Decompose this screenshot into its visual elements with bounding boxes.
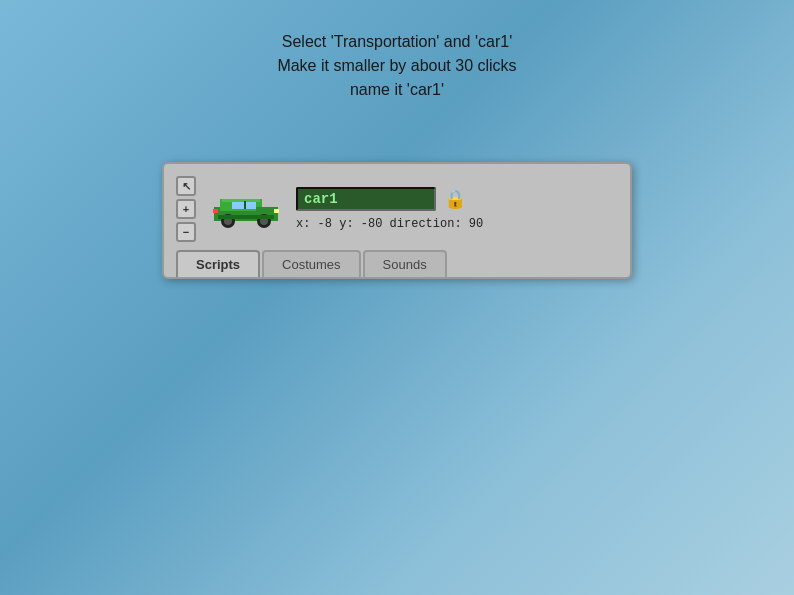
coords-display: x: -8 y: -80 direction: 90 — [296, 217, 618, 231]
svg-rect-3 — [246, 201, 256, 209]
tab-sounds[interactable]: Sounds — [363, 250, 447, 277]
car-sprite — [210, 189, 282, 229]
scratch-panel: ↖ + − — [162, 162, 632, 279]
svg-rect-11 — [213, 209, 218, 213]
name-row: 🔒 — [296, 187, 618, 211]
instruction-text: Select 'Transportation' and 'car1' Make … — [277, 30, 516, 102]
lock-icon: 🔒 — [444, 188, 466, 210]
sprite-name-input[interactable] — [296, 187, 436, 211]
svg-rect-2 — [232, 201, 244, 209]
name-area: 🔒 x: -8 y: -80 direction: 90 — [296, 187, 618, 231]
tab-costumes[interactable]: Costumes — [262, 250, 361, 277]
svg-rect-10 — [274, 209, 279, 213]
svg-rect-13 — [244, 201, 246, 209]
tab-scripts[interactable]: Scripts — [176, 250, 260, 277]
zoom-down-button[interactable]: − — [176, 222, 196, 242]
svg-rect-5 — [222, 199, 260, 202]
zoom-out-button[interactable]: ↖ — [176, 176, 196, 196]
side-buttons: ↖ + − — [176, 176, 196, 242]
zoom-in-button[interactable]: + — [176, 199, 196, 219]
svg-rect-4 — [256, 207, 266, 213]
panel-top: ↖ + − — [176, 176, 618, 242]
sprite-area — [206, 179, 286, 239]
svg-rect-12 — [218, 215, 274, 219]
tabs-row: Scripts Costumes Sounds — [176, 250, 618, 277]
